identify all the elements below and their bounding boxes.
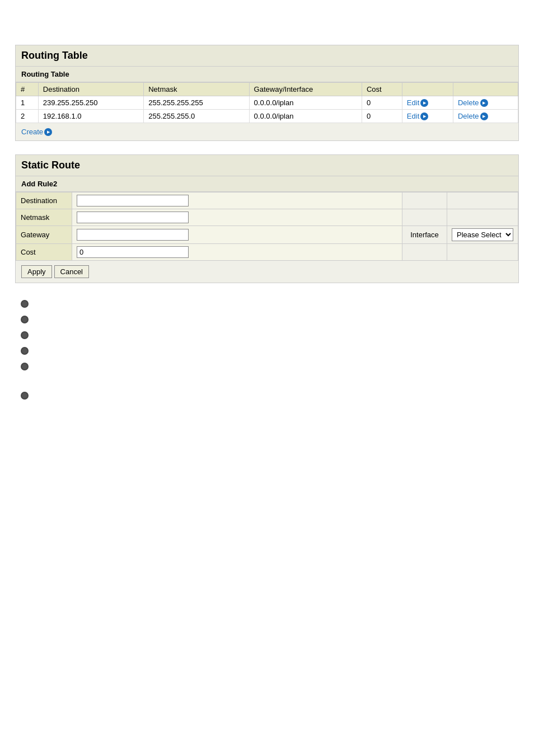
gateway-input[interactable] <box>77 229 189 241</box>
edit1-icon <box>420 99 428 107</box>
interface-select-cell: Please Select <box>447 226 518 244</box>
page-wrapper: Routing Table Routing Table # Destinatio… <box>15 45 519 400</box>
status-dot-1 <box>21 300 29 308</box>
cost-empty1 <box>402 244 447 261</box>
create-label: Create <box>21 128 43 136</box>
destination-label: Destination <box>16 192 72 209</box>
apply-button[interactable]: Apply <box>21 265 52 278</box>
row1-cost: 0 <box>362 96 402 110</box>
netmask-input-cell <box>72 209 402 226</box>
row2-delete-cell: Delete <box>453 110 518 123</box>
row1-gateway: 0.0.0.0/iplan <box>249 96 362 110</box>
interface-select[interactable]: Please Select <box>452 228 513 241</box>
netmask-input[interactable] <box>77 212 189 223</box>
gateway-row: Gateway Interface Please Select <box>16 226 518 244</box>
col-gateway: Gateway/Interface <box>249 83 362 96</box>
netmask-empty1 <box>402 209 447 226</box>
edit2-label: Edit <box>407 112 419 120</box>
edit1-label: Edit <box>407 98 419 107</box>
status-group-2 <box>21 392 519 400</box>
row1-delete-cell: Delete <box>453 96 518 110</box>
cost-input[interactable] <box>77 246 189 258</box>
row2-edit-button[interactable]: Edit <box>407 112 428 120</box>
row2-edit-cell: Edit <box>402 110 453 123</box>
status-dot-6 <box>21 392 29 400</box>
status-dot-3 <box>21 331 29 339</box>
routing-table-title: Routing Table <box>16 45 518 67</box>
table-row: 2 192.168.1.0 255.255.255.0 0.0.0.0/ipla… <box>16 110 518 123</box>
routing-table: # Destination Netmask Gateway/Interface … <box>16 82 518 123</box>
form-button-row: Apply Cancel <box>16 261 518 283</box>
row2-netmask: 255.255.255.0 <box>144 110 249 123</box>
cost-label: Cost <box>16 244 72 261</box>
status-dot-5 <box>21 363 29 370</box>
row2-delete-button[interactable]: Delete <box>458 112 488 120</box>
delete2-icon <box>480 112 488 120</box>
status-group-1 <box>21 300 519 370</box>
delete2-label: Delete <box>458 112 479 120</box>
dest-empty1 <box>402 192 447 209</box>
create-icon <box>44 128 52 136</box>
row1-destination: 239.255.255.250 <box>38 96 143 110</box>
destination-row: Destination <box>16 192 518 209</box>
routing-table-subtitle: Routing Table <box>16 67 518 82</box>
col-destination: Destination <box>38 83 143 96</box>
col-netmask: Netmask <box>144 83 249 96</box>
destination-input-cell <box>72 192 402 209</box>
row1-edit-button[interactable]: Edit <box>407 98 428 107</box>
static-route-title: Static Route <box>16 155 518 176</box>
status-dot-2 <box>21 316 29 323</box>
static-route-section: Static Route Add Rule2 Destination Netma… <box>15 154 519 283</box>
row2-destination: 192.168.1.0 <box>38 110 143 123</box>
edit2-icon <box>420 112 428 120</box>
netmask-label: Netmask <box>16 209 72 226</box>
cost-row: Cost <box>16 244 518 261</box>
delete1-label: Delete <box>458 98 479 107</box>
netmask-row: Netmask <box>16 209 518 226</box>
gateway-label: Gateway <box>16 226 72 244</box>
static-route-subtitle: Add Rule2 <box>16 176 518 192</box>
row2-cost: 0 <box>362 110 402 123</box>
gateway-input-cell <box>72 226 402 244</box>
col-num: # <box>16 83 39 96</box>
col-cost: Cost <box>362 83 402 96</box>
interface-label: Interface <box>402 226 447 244</box>
dest-empty2 <box>447 192 518 209</box>
row1-delete-button[interactable]: Delete <box>458 98 488 107</box>
create-row: Create <box>16 123 518 140</box>
destination-input[interactable] <box>77 195 189 206</box>
cost-input-cell <box>72 244 402 261</box>
status-spacer <box>21 378 519 384</box>
static-route-form: Destination Netmask Gateway <box>16 192 518 261</box>
status-dot-4 <box>21 347 29 355</box>
table-row: 1 239.255.255.250 255.255.255.255 0.0.0.… <box>16 96 518 110</box>
status-indicators <box>15 300 519 400</box>
cancel-button[interactable]: Cancel <box>54 265 89 278</box>
row1-netmask: 255.255.255.255 <box>144 96 249 110</box>
create-button[interactable]: Create <box>21 128 52 136</box>
row1-num: 1 <box>16 96 39 110</box>
row2-gateway: 0.0.0.0/iplan <box>249 110 362 123</box>
col-actions2 <box>453 83 518 96</box>
row1-edit-cell: Edit <box>402 96 453 110</box>
routing-table-section: Routing Table Routing Table # Destinatio… <box>15 45 519 141</box>
row2-num: 2 <box>16 110 39 123</box>
cost-empty2 <box>447 244 518 261</box>
netmask-empty2 <box>447 209 518 226</box>
delete1-icon <box>480 99 488 107</box>
col-actions1 <box>402 83 453 96</box>
